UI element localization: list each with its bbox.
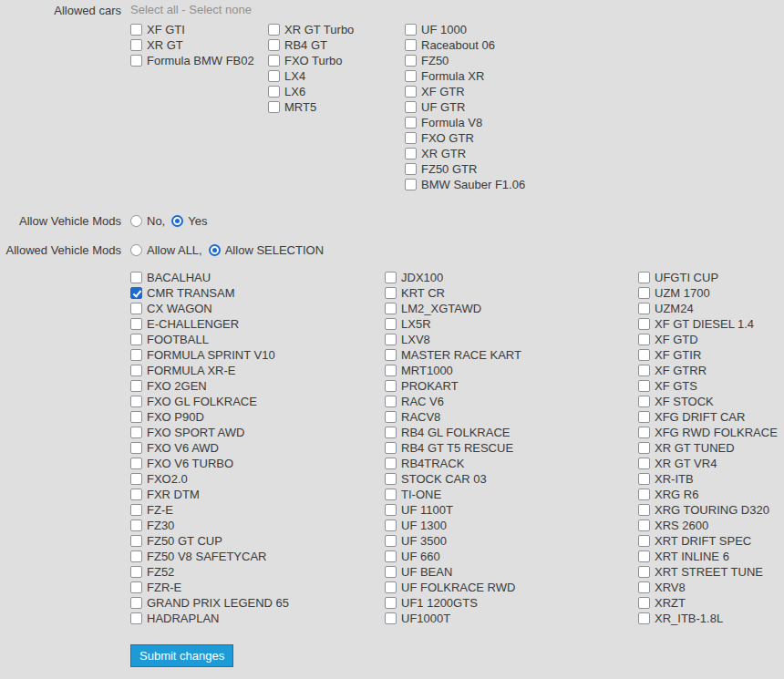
checkbox-item-rb4track[interactable]: RB4TRACK (385, 456, 638, 471)
checkbox-item-xf-gtd[interactable]: XF GTD (638, 332, 778, 347)
checkbox-item-fz52[interactable]: FZ52 (130, 564, 385, 580)
checkbox-icon[interactable] (385, 520, 397, 531)
radio-option-yes[interactable]: Yes (171, 213, 207, 229)
checkbox-item-fxo-v6-awd[interactable]: FXO V6 AWD (130, 440, 385, 456)
checkbox-icon[interactable] (385, 489, 397, 500)
checkbox-item-master-race-kart[interactable]: MASTER RACE KART (385, 347, 638, 363)
checkbox-icon[interactable] (130, 550, 142, 562)
checkbox-item-mrt5[interactable]: MRT5 (268, 99, 405, 115)
checkbox-item-fzr-e[interactable]: FZR-E (130, 580, 385, 595)
checkbox-icon[interactable] (385, 334, 397, 345)
checkbox-item-uzm24[interactable]: UZM24 (638, 301, 778, 316)
checkbox-item-fz30[interactable]: FZ30 (130, 518, 385, 533)
checkbox-item-xfg-rwd-folkrace[interactable]: XFG RWD FOLKRACE (638, 425, 778, 440)
checkbox-item-uzm-1700[interactable]: UZM 1700 (638, 285, 778, 301)
checkbox-icon[interactable] (130, 334, 142, 345)
checkbox-icon[interactable] (385, 504, 397, 516)
checkbox-item-prokart[interactable]: PROKART (385, 378, 638, 394)
checkbox-icon[interactable] (405, 101, 417, 113)
checkbox-icon[interactable] (405, 70, 417, 82)
checkbox-item-fxo-gtr[interactable]: FXO GTR (405, 130, 525, 146)
radio-selected-icon[interactable] (209, 244, 221, 256)
checkbox-icon[interactable] (130, 489, 142, 500)
checkbox-item-cmr-transam[interactable]: CMR TRANSAM (130, 285, 385, 301)
checkbox-item-ufgti-cup[interactable]: UFGTI CUP (638, 270, 778, 285)
checkbox-item-fxo2-0[interactable]: FXO2.0 (130, 471, 385, 487)
checkbox-item-fz50-gtr[interactable]: FZ50 GTR (405, 161, 525, 177)
checkbox-item-formula-bmw-fb02[interactable]: Formula BMW FB02 (130, 53, 268, 68)
checkbox-icon[interactable] (268, 24, 280, 36)
checkbox-icon[interactable] (130, 55, 142, 67)
select-all-link[interactable]: Select all (130, 3, 179, 16)
checkbox-item-xrv8[interactable]: XRV8 (638, 580, 778, 595)
checkbox-item-racv8[interactable]: RACV8 (385, 409, 638, 425)
checkbox-item-uf-1300[interactable]: UF 1300 (385, 518, 638, 533)
checkbox-icon[interactable] (405, 163, 417, 175)
checkbox-icon[interactable] (385, 535, 397, 547)
checkbox-icon[interactable] (638, 334, 650, 345)
checkbox-icon[interactable] (385, 442, 397, 454)
checkbox-icon[interactable] (130, 581, 142, 593)
checkbox-item-fz50-v8-safetycar[interactable]: FZ50 V8 SAFETYCAR (130, 549, 385, 564)
checkbox-icon[interactable] (130, 566, 142, 578)
checkbox-item-e-challenger[interactable]: E-CHALLENGER (130, 316, 385, 332)
checkbox-icon[interactable] (638, 272, 650, 283)
checkbox-item-uf-folkrace-rwd[interactable]: UF FOLKRACE RWD (385, 580, 638, 595)
submit-changes-button[interactable]: Submit changes (130, 644, 233, 667)
checkbox-item-uf-3500[interactable]: UF 3500 (385, 533, 638, 549)
checkbox-icon[interactable] (385, 550, 397, 562)
checkbox-item-football[interactable]: FOOTBALL (130, 332, 385, 347)
checkbox-item-xrt-drift-spec[interactable]: XRT DRIFT SPEC (638, 533, 778, 549)
checkbox-item-stock-car-03[interactable]: STOCK CAR 03 (385, 471, 638, 487)
checkbox-item-fz50-gt-cup[interactable]: FZ50 GT CUP (130, 533, 385, 549)
checkbox-item-uf-bean[interactable]: UF BEAN (385, 564, 638, 580)
checkbox-item-ti-one[interactable]: TI-ONE (385, 487, 638, 502)
checkbox-item-rb4-gt-t5-rescue[interactable]: RB4 GT T5 RESCUE (385, 440, 638, 456)
radio-icon[interactable] (130, 215, 142, 227)
checkbox-item-formula-xr-e[interactable]: FORMULA XR-E (130, 363, 385, 378)
checkbox-icon[interactable] (405, 39, 417, 51)
checkbox-icon[interactable] (130, 303, 142, 314)
checkbox-item-xf-gtrr[interactable]: XF GTRR (638, 363, 778, 378)
checkbox-icon[interactable] (268, 39, 280, 51)
checkbox-icon[interactable] (385, 303, 397, 314)
checkbox-item-uf-1100t[interactable]: UF 1100T (385, 502, 638, 518)
checkbox-icon[interactable] (385, 318, 397, 330)
checkbox-item-xrt-inline-6[interactable]: XRT INLINE 6 (638, 549, 778, 564)
checkbox-icon[interactable] (638, 396, 650, 407)
checkbox-icon[interactable] (130, 272, 142, 283)
checkbox-icon[interactable] (638, 411, 650, 423)
radio-option-allow-all[interactable]: Allow ALL, (130, 242, 202, 258)
checkbox-icon[interactable] (130, 504, 142, 516)
checkbox-item-lm2-xgtawd[interactable]: LM2_XGTAWD (385, 301, 638, 316)
checkbox-icon[interactable] (385, 566, 397, 578)
checkbox-icon[interactable] (638, 365, 650, 376)
checkbox-icon[interactable] (638, 442, 650, 454)
checkbox-item-xrzt[interactable]: XRZT (638, 595, 778, 611)
checkbox-icon[interactable] (385, 458, 397, 469)
checkbox-item-krt-cr[interactable]: KRT CR (385, 285, 638, 301)
checkbox-item-uf1-1200gts[interactable]: UF1 1200GTS (385, 595, 638, 611)
checkbox-icon[interactable] (130, 380, 142, 392)
checkbox-item-fxr-dtm[interactable]: FXR DTM (130, 487, 385, 502)
checkbox-item-lx5r[interactable]: LX5R (385, 316, 638, 332)
checkbox-item-lxv8[interactable]: LXV8 (385, 332, 638, 347)
checkbox-icon[interactable] (638, 458, 650, 469)
checkbox-icon[interactable] (130, 442, 142, 454)
checkbox-item-xrg-r6[interactable]: XRG R6 (638, 487, 778, 502)
checkbox-item-uf-1000[interactable]: UF 1000 (405, 22, 525, 37)
checkbox-item-uf-660[interactable]: UF 660 (385, 549, 638, 564)
checkbox-item-rb4-gt[interactable]: RB4 GT (268, 37, 405, 53)
checkbox-item-xr-gt-vr4[interactable]: XR GT VR4 (638, 456, 778, 471)
checkbox-icon[interactable] (385, 612, 397, 624)
checkbox-item-fxo-gl-folkrace[interactable]: FXO GL FOLKRACE (130, 394, 385, 409)
checkbox-icon[interactable] (385, 427, 397, 438)
checkbox-item-xf-gt-diesel-1-4[interactable]: XF GT DIESEL 1.4 (638, 316, 778, 332)
radio-selected-icon[interactable] (171, 215, 183, 227)
checkbox-item-xf-stock[interactable]: XF STOCK (638, 394, 778, 409)
checkbox-icon[interactable] (638, 380, 650, 392)
checkbox-item-raceabout-06[interactable]: Raceabout 06 (405, 37, 525, 53)
checkbox-icon[interactable] (130, 473, 142, 485)
checkbox-icon[interactable] (638, 504, 650, 516)
checkbox-item-fz50[interactable]: FZ50 (405, 53, 525, 68)
